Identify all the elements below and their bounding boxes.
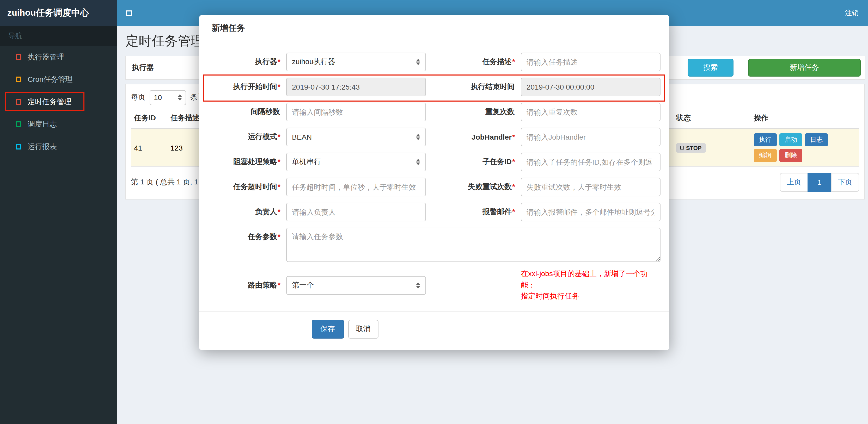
run-button[interactable]: 执行 <box>754 133 777 146</box>
logout-link[interactable]: 注销 <box>845 8 859 18</box>
sidebar-toggle[interactable] <box>126 10 132 16</box>
filter-actions: 搜索 新增任务 <box>688 59 861 76</box>
route-strategy-label: 路由策略* <box>208 281 280 290</box>
fail-retry-label: 失败重试次数* <box>432 182 515 192</box>
interval-input[interactable] <box>286 103 426 121</box>
start-time-label: 执行开始时间* <box>208 82 280 92</box>
current-page-button[interactable]: 1 <box>808 173 832 192</box>
executor-filter-label: 执行器 <box>132 63 154 72</box>
sidebar-item-run-report[interactable]: 运行报表 <box>0 135 117 158</box>
cell-job-id: 41 <box>131 129 167 166</box>
sidebar: 导航 执行器管理 Cron任务管理 定时任务管理 调度日志 运行报表 <box>0 26 117 424</box>
app-brand[interactable]: zuihou任务调度中心 <box>0 0 117 26</box>
sidebar-item-label: Cron任务管理 <box>28 75 73 84</box>
select-arrows-icon <box>416 159 420 165</box>
sidebar-item-label: 执行器管理 <box>28 52 64 62</box>
app-root: zuihou任务调度中心 注销 导航 执行器管理 Cron任务管理 定时任务管理 <box>0 0 868 424</box>
pager: 上页 1 下页 <box>780 173 859 192</box>
interval-label: 间隔秒数 <box>208 107 280 117</box>
alarm-email-label: 报警邮件* <box>432 207 515 217</box>
job-desc-label: 任务描述* <box>432 57 515 67</box>
block-strategy-label: 阻塞处理策略* <box>208 157 280 167</box>
sidebar-item-label: 运行报表 <box>28 142 57 151</box>
square-icon <box>16 76 21 82</box>
select-arrows-icon <box>416 134 420 140</box>
block-strategy-select-value: 单机串行 <box>292 157 321 167</box>
page-size-value: 10 <box>154 93 162 102</box>
owner-label: 负责人* <box>208 207 280 217</box>
feature-note-line2: 指定时间执行任务 <box>521 291 660 302</box>
sidebar-toggle-icon <box>126 10 132 16</box>
job-params-label: 任务参数* <box>208 228 280 242</box>
end-time-label: 执行结束时间 <box>432 82 515 92</box>
fail-retry-input[interactable] <box>521 177 660 196</box>
square-icon <box>16 144 21 150</box>
modal-title: 新增任务 <box>212 24 245 32</box>
sidebar-item-cron-jobs[interactable]: Cron任务管理 <box>0 68 117 91</box>
sidebar-menu: 执行器管理 Cron任务管理 定时任务管理 调度日志 运行报表 <box>0 46 117 158</box>
run-mode-label: 运行模式* <box>208 132 280 142</box>
executor-select-value: zuihou执行器 <box>292 57 336 67</box>
sidebar-item-label: 定时任务管理 <box>28 97 71 106</box>
page-size-select[interactable]: 10 <box>150 90 186 105</box>
timeout-input[interactable] <box>286 177 426 196</box>
modal-footer: 保存 取消 <box>199 312 670 341</box>
select-arrows-icon <box>178 94 182 101</box>
stop-square-icon <box>680 146 684 150</box>
status-text: STOP <box>686 145 702 151</box>
col-header-actions: 操作 <box>751 108 859 129</box>
cancel-button[interactable]: 取消 <box>348 320 378 338</box>
row-actions: 执行 启动 日志 编辑 删除 <box>754 133 856 162</box>
select-arrows-icon <box>416 282 420 288</box>
per-page-prefix: 每页 <box>131 93 146 102</box>
route-strategy-select[interactable]: 第一个 <box>286 276 426 295</box>
alarm-email-input[interactable] <box>521 203 660 221</box>
job-handler-input[interactable] <box>521 128 660 146</box>
modal-body: 执行器* zuihou执行器 任务描述* 执行开始时间* 执行结束时间 间隔秒数… <box>199 42 670 302</box>
end-time-input[interactable] <box>521 77 660 96</box>
sidebar-item-label: 调度日志 <box>28 120 57 129</box>
route-strategy-select-value: 第一个 <box>292 281 314 290</box>
add-job-modal: 新增任务 执行器* zuihou执行器 任务描述* 执行开始时间* 执行结束时间… <box>199 15 670 350</box>
sidebar-nav-header: 导航 <box>0 26 117 46</box>
block-strategy-select[interactable]: 单机串行 <box>286 153 426 171</box>
save-button[interactable]: 保存 <box>311 320 344 338</box>
run-mode-select-value: BEAN <box>292 133 312 141</box>
add-job-button[interactable]: 新增任务 <box>748 59 861 76</box>
executor-select[interactable]: zuihou执行器 <box>286 53 426 71</box>
job-handler-label: JobHandler* <box>432 133 515 141</box>
sidebar-item-timed-jobs[interactable]: 定时任务管理 <box>0 91 117 113</box>
edit-button[interactable]: 编辑 <box>754 149 777 162</box>
status-badge: STOP <box>676 143 706 153</box>
next-page-button[interactable]: 下页 <box>831 173 859 192</box>
log-button[interactable]: 日志 <box>805 133 828 146</box>
start-time-input[interactable] <box>286 77 426 96</box>
square-icon <box>16 121 21 127</box>
child-job-id-input[interactable] <box>521 153 660 171</box>
job-params-textarea[interactable] <box>286 228 660 262</box>
modal-header: 新增任务 <box>199 15 670 42</box>
job-desc-input[interactable] <box>521 53 660 71</box>
timeout-label: 任务超时时间* <box>208 182 280 192</box>
start-button[interactable]: 启动 <box>779 133 802 146</box>
delete-button[interactable]: 删除 <box>779 149 802 162</box>
square-icon <box>16 54 21 60</box>
sidebar-item-schedule-log[interactable]: 调度日志 <box>0 113 117 135</box>
select-arrows-icon <box>416 59 420 65</box>
owner-input[interactable] <box>286 203 426 221</box>
run-mode-select[interactable]: BEAN <box>286 128 426 146</box>
search-button[interactable]: 搜索 <box>688 59 734 76</box>
square-icon <box>16 99 21 105</box>
col-header-status: 状态 <box>673 108 751 129</box>
pagination-info: 第 1 页 ( 总共 1 页, 1 <box>131 177 198 187</box>
feature-note-line1: 在xxl-jobs项目的基础上，新增了一个功能： <box>521 268 660 291</box>
child-job-id-label: 子任务ID* <box>432 157 515 167</box>
prev-page-button[interactable]: 上页 <box>780 173 808 192</box>
repeat-count-label: 重复次数 <box>432 107 515 117</box>
repeat-count-input[interactable] <box>521 103 660 121</box>
executor-label: 执行器* <box>208 57 280 67</box>
col-header-job-id: 任务ID <box>131 108 167 129</box>
sidebar-item-executor-manage[interactable]: 执行器管理 <box>0 46 117 68</box>
feature-note: 在xxl-jobs项目的基础上，新增了一个功能： 指定时间执行任务 <box>521 268 660 302</box>
